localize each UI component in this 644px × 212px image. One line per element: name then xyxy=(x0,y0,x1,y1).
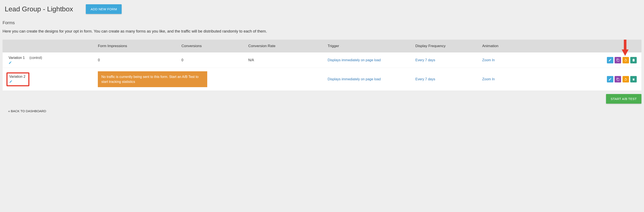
edit-button[interactable] xyxy=(607,57,613,63)
no-traffic-notice: No traffic is currently being sent to th… xyxy=(98,71,207,87)
undo-icon xyxy=(624,78,627,81)
edit-button[interactable] xyxy=(607,76,613,83)
th-rate: Conversion Rate xyxy=(245,40,324,52)
rename-icon[interactable] xyxy=(9,80,12,83)
cell-conversions: 0 xyxy=(178,52,245,68)
th-impressions: Form Impressions xyxy=(94,40,178,52)
undo-icon xyxy=(624,58,627,62)
archive-icon xyxy=(632,78,635,81)
th-trigger: Trigger xyxy=(324,40,412,52)
duplicate-button[interactable] xyxy=(614,57,621,63)
duplicate-button[interactable] xyxy=(614,76,621,83)
pencil-icon xyxy=(608,78,612,81)
svg-rect-2 xyxy=(633,59,634,60)
animation-link[interactable]: Zoom In xyxy=(482,77,495,81)
forms-table: Form Impressions Conversions Conversion … xyxy=(2,40,642,91)
control-tag: (control) xyxy=(30,56,42,60)
trigger-link[interactable]: Displays immediately on page load xyxy=(328,58,380,62)
cell-impressions: 0 xyxy=(94,52,178,68)
archive-icon xyxy=(632,58,635,62)
section-description: Here you can create the designs for your… xyxy=(2,29,642,34)
add-new-form-button[interactable]: ADD NEW FORM xyxy=(86,4,122,14)
archive-button[interactable] xyxy=(630,76,637,83)
svg-rect-3 xyxy=(633,60,634,61)
back-to-dashboard-link[interactable]: « BACK TO DASHBOARD xyxy=(8,109,642,113)
th-name xyxy=(2,40,94,52)
frequency-link[interactable]: Every 7 days xyxy=(415,58,435,62)
trigger-link[interactable]: Displays immediately on page load xyxy=(328,77,380,81)
section-heading: Forms xyxy=(2,20,642,25)
svg-rect-4 xyxy=(633,60,634,60)
frequency-link[interactable]: Every 7 days xyxy=(415,77,435,81)
archive-button[interactable] xyxy=(630,57,637,63)
table-row: Variation 2 No traffic is currently bein… xyxy=(2,68,642,91)
th-frequency: Display Frequency xyxy=(412,40,479,52)
cell-rate: N/A xyxy=(245,52,324,68)
copy-icon xyxy=(616,58,620,62)
th-conversions: Conversions xyxy=(178,40,245,52)
animation-link[interactable]: Zoom In xyxy=(482,58,495,62)
th-actions xyxy=(566,40,642,52)
svg-rect-7 xyxy=(633,79,634,80)
pencil-icon xyxy=(608,58,612,62)
rename-icon[interactable] xyxy=(8,61,12,64)
svg-rect-6 xyxy=(633,79,634,80)
reset-button[interactable] xyxy=(622,57,629,63)
th-animation: Animation xyxy=(479,40,566,52)
page-title: Lead Group - Lightbox xyxy=(5,5,73,13)
table-row: Variation 1 (control) 0 0 N/A Displays i… xyxy=(2,52,642,68)
svg-rect-5 xyxy=(633,78,634,79)
variation-name: Variation 2 xyxy=(9,75,25,79)
variation-name: Variation 1 xyxy=(8,56,25,60)
reset-button[interactable] xyxy=(622,76,629,83)
start-ab-test-button[interactable]: START A/B TEST xyxy=(606,94,642,104)
highlight-box: Variation 2 xyxy=(6,72,30,86)
copy-icon xyxy=(616,78,620,81)
